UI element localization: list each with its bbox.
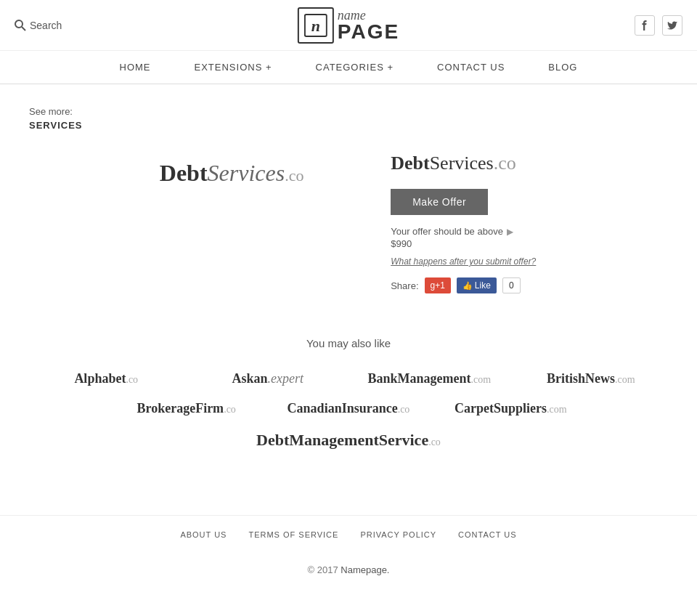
like-count: 0 [502, 277, 521, 293]
also-like-title: You may also like [29, 337, 668, 349]
logo-light: Services [208, 160, 285, 186]
footer-about[interactable]: ABOUT US [180, 530, 227, 539]
share-label: Share: [391, 280, 418, 291]
copyright-year: © 2017 [308, 564, 338, 575]
footer-copyright: © 2017 Namepage. [0, 554, 697, 586]
social-icons [635, 15, 682, 36]
header: Search n name PAGE [0, 0, 697, 51]
domain-grid-row3: DebtManagementService.co [29, 431, 668, 450]
facebook-icon[interactable] [635, 15, 655, 36]
svg-text:n: n [311, 17, 320, 35]
domain-logo: DebtServices.co [116, 153, 347, 293]
facebook-like-button[interactable]: 👍 Like [457, 277, 497, 293]
logo-text: name PAGE [338, 9, 399, 42]
footer-contact[interactable]: CONTACT US [458, 530, 517, 539]
fb-label: Like [475, 280, 491, 291]
domain-grid-row1: Alphabet.co Askan.expert BankManagement.… [29, 371, 668, 386]
footer: ABOUT US TERMS OF SERVICE PRIVACY POLICY… [0, 515, 697, 586]
nav: HOME EXTENSIONS + CATEGORIES + CONTACT U… [0, 51, 697, 84]
list-item[interactable]: Alphabet.co [29, 371, 184, 386]
footer-privacy[interactable]: PRIVACY POLICY [360, 530, 436, 539]
see-more-link[interactable]: SERVICES [29, 120, 668, 131]
arrow-icon: ▶ [507, 227, 513, 237]
title-light: Services [430, 153, 494, 174]
list-item[interactable]: BritishNews.com [514, 371, 669, 386]
gplus-label: g+1 [431, 280, 445, 291]
logo-page: PAGE [338, 22, 399, 42]
nav-item-home[interactable]: HOME [113, 51, 158, 84]
title-bold: Debt [391, 153, 429, 174]
list-item[interactable]: DebtManagementService.co [256, 431, 441, 450]
domain-info: DebtServices.co Make Offer Your offer sh… [391, 153, 668, 293]
logo[interactable]: n name PAGE [298, 7, 399, 44]
domain-title: DebtServices.co [391, 153, 668, 174]
see-more-label: See more: [29, 106, 668, 117]
list-item[interactable]: BrokerageFirm.co [109, 401, 264, 416]
twitter-icon[interactable] [662, 15, 682, 36]
title-ext: .co [494, 153, 516, 174]
offer-info-text: Your offer should be above [391, 226, 503, 237]
logo-icon: n [298, 7, 334, 44]
offer-amount: $990 [391, 238, 668, 249]
nav-item-contact[interactable]: CONTACT US [430, 51, 512, 84]
share-area: Share: g+1 👍 Like 0 [391, 277, 668, 293]
list-item[interactable]: CanadianInsurance.co [271, 401, 425, 416]
also-like-section: You may also like Alphabet.co Askan.expe… [29, 337, 668, 450]
logo-ext: .co [285, 166, 303, 185]
nav-item-categories[interactable]: CATEGORIES + [309, 51, 401, 84]
search-icon [15, 20, 26, 31]
search-area[interactable]: Search [15, 20, 62, 31]
footer-nav: ABOUT US TERMS OF SERVICE PRIVACY POLICY… [0, 515, 697, 554]
footer-brand[interactable]: Namepage. [341, 564, 389, 575]
make-offer-button[interactable]: Make Offer [391, 189, 488, 215]
breadcrumb: See more: SERVICES [29, 106, 668, 131]
footer-terms[interactable]: TERMS OF SERVICE [248, 530, 338, 539]
domain-grid-row2: BrokerageFirm.co CanadianInsurance.co Ca… [109, 401, 588, 416]
offer-info: Your offer should be above ▶ [391, 226, 668, 237]
list-item[interactable]: Askan.expert [191, 371, 346, 386]
what-happens-link[interactable]: What happens after you submit offer? [391, 256, 668, 267]
content: See more: SERVICES DebtServices.co DebtS… [0, 84, 697, 486]
svg-line-1 [22, 27, 25, 31]
logo-bold: Debt [160, 160, 208, 186]
search-label: Search [30, 20, 62, 31]
svg-point-0 [15, 20, 23, 28]
fb-thumb-icon: 👍 [462, 281, 473, 291]
domain-section: DebtServices.co DebtServices.co Make Off… [116, 153, 668, 293]
nav-item-extensions[interactable]: EXTENSIONS + [187, 51, 280, 84]
list-item[interactable]: CarpetSuppliers.com [433, 401, 588, 416]
gplus-button[interactable]: g+1 [425, 277, 451, 293]
domain-logo-text: DebtServices.co [160, 160, 304, 187]
nav-item-blog[interactable]: BLOG [541, 51, 584, 84]
list-item[interactable]: BankManagement.com [352, 371, 507, 386]
